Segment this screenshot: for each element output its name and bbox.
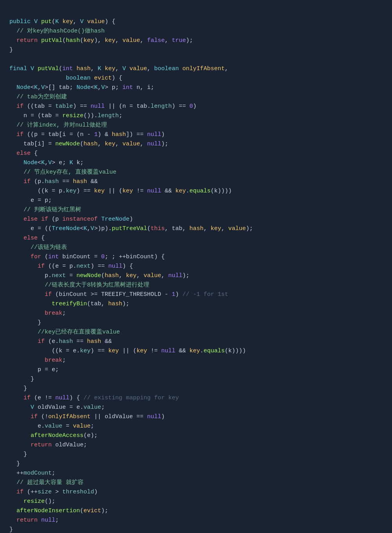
keyword-public: public <box>9 18 31 25</box>
comment-hash: // 对key的hashCode()做hash <box>16 28 105 34</box>
code-editor: public V put(K key, V value) { // 对key的h… <box>9 8 383 533</box>
